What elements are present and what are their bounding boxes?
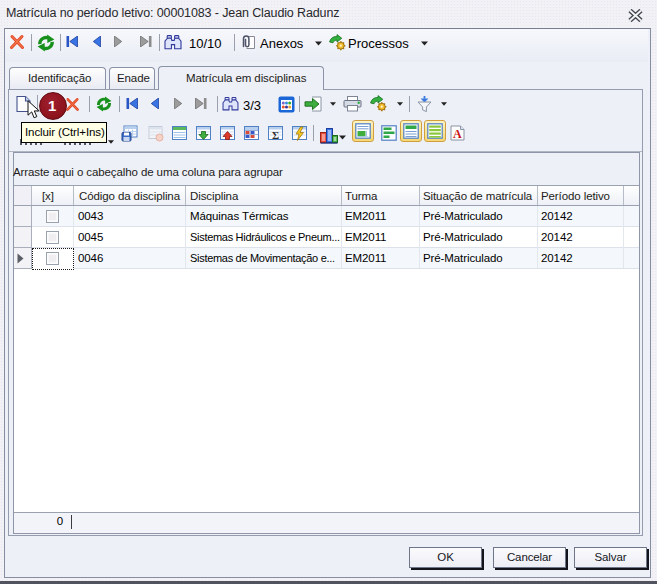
svg-text:Σ: Σ bbox=[272, 129, 279, 141]
svg-text:A: A bbox=[453, 127, 462, 141]
